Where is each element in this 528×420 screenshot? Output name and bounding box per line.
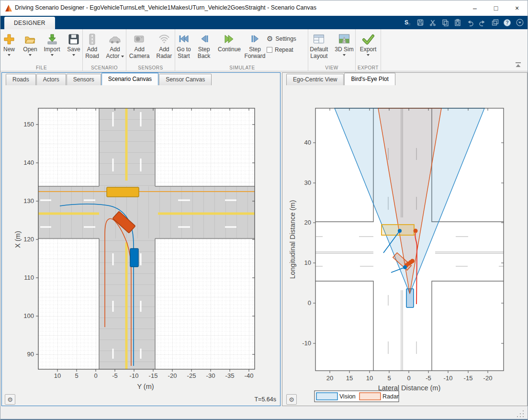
svg-text:-5: -5 xyxy=(112,372,118,379)
tab-designer[interactable]: DESIGNER xyxy=(4,17,55,29)
cut-icon[interactable] xyxy=(428,19,437,27)
help-icon[interactable]: ? xyxy=(503,19,511,27)
3d-sim-button[interactable]: 3D Sim xyxy=(333,32,355,57)
repeat-checkbox[interactable]: Repeat xyxy=(267,46,308,53)
svg-text:-5: -5 xyxy=(426,375,431,382)
simulate-options: ⚙ Settings Repeat xyxy=(267,32,308,53)
save-icon[interactable] xyxy=(416,19,424,27)
chevron-down-icon xyxy=(29,54,32,56)
chevron-down-icon xyxy=(72,54,75,56)
step-back-button[interactable]: StepBack xyxy=(195,32,213,61)
svg-text:120: 120 xyxy=(23,236,34,243)
tab-sensor-canvas[interactable]: Sensor Canvas xyxy=(159,74,212,85)
app-logo-icon xyxy=(4,4,13,14)
ribbon-toolbar: New Open Import Save FILE xyxy=(0,29,528,71)
vehicle2-straight[interactable] xyxy=(107,187,139,197)
legend: Vision Radar xyxy=(315,391,399,402)
ribbon-section-sensors: AddCamera AddRadar SENSORS xyxy=(126,29,175,71)
svg-text:90: 90 xyxy=(27,351,34,358)
resize-grip[interactable] xyxy=(517,409,526,420)
camera-icon xyxy=(133,33,146,46)
svg-text:0: 0 xyxy=(407,375,410,382)
chevron-down-icon xyxy=(343,54,346,56)
status-bar xyxy=(0,407,528,419)
birds-eye-pane: Ego-Centric View Bird's-Eye Plot xyxy=(282,72,528,406)
window-layout-icon[interactable] xyxy=(491,19,499,27)
ribbon-section-export: Export EXPORT xyxy=(356,29,381,71)
svg-text:150: 150 xyxy=(23,121,34,128)
continue-button[interactable]: Continue xyxy=(215,32,243,54)
svg-text:20: 20 xyxy=(326,375,333,382)
minimize-button[interactable]: – xyxy=(464,0,485,16)
radar-detection-far xyxy=(414,229,418,233)
redo-icon[interactable] xyxy=(478,19,486,27)
more-options-icon[interactable] xyxy=(516,19,524,27)
svg-text:-25: -25 xyxy=(187,372,196,379)
vision-legend-label: Vision xyxy=(339,393,356,400)
settings-button[interactable]: ⚙ Settings xyxy=(267,34,308,43)
maximize-button[interactable]: □ xyxy=(485,0,506,16)
shortcuts-icon[interactable]: S☆ xyxy=(404,19,412,27)
tab-ego-centric-view[interactable]: Ego-Centric View xyxy=(286,74,344,85)
tab-sensors[interactable]: Sensors xyxy=(67,74,101,85)
scenario-canvas-plot[interactable]: 10 5 0 -5 -10 -15 -20 -25 -30 -35 -40 15… xyxy=(2,85,280,406)
new-button[interactable]: New xyxy=(0,32,18,57)
save-disk-icon xyxy=(67,33,80,46)
tab-roads[interactable]: Roads xyxy=(6,74,36,85)
svg-text:-10: -10 xyxy=(444,375,453,382)
radar-detection-near xyxy=(410,259,415,263)
svg-text:15: 15 xyxy=(346,375,353,382)
birds-eye-plot[interactable]: 20 15 10 5 0 -5 -10 -15 -20 40 30 20 10 … xyxy=(282,85,527,406)
vision-detection-far xyxy=(398,229,402,233)
svg-text:-35: -35 xyxy=(225,372,235,379)
go-to-start-button[interactable]: Go toStart xyxy=(175,32,192,61)
open-folder-icon xyxy=(24,33,36,46)
ribbon-section-simulate: Go toStart StepBack Continue StepForward… xyxy=(175,29,308,71)
svg-text:0: 0 xyxy=(308,299,311,306)
close-button[interactable]: × xyxy=(506,0,528,16)
add-camera-button[interactable]: AddCamera xyxy=(128,32,151,61)
svg-text:10: 10 xyxy=(54,372,61,379)
add-radar-button[interactable]: AddRadar xyxy=(155,32,174,61)
export-button[interactable]: Export xyxy=(359,32,378,57)
plot-settings-button[interactable]: ⚙ xyxy=(286,394,297,405)
import-button[interactable]: Import xyxy=(43,32,61,57)
default-layout-button[interactable]: DefaultLayout xyxy=(308,32,329,61)
svg-text:40: 40 xyxy=(304,139,311,146)
add-actor-button[interactable]: AddActor xyxy=(104,32,125,61)
svg-text:5: 5 xyxy=(75,372,78,379)
add-road-button[interactable]: AddRoad xyxy=(83,32,101,61)
x-tick-labels: 20 15 10 5 0 -5 -10 -15 -20 xyxy=(326,375,493,382)
canvas-settings-button[interactable]: ⚙ xyxy=(5,394,15,405)
vision-detection-near xyxy=(403,265,407,269)
step-forward-button[interactable]: StepForward xyxy=(246,32,264,61)
3d-sim-icon xyxy=(338,33,350,46)
paste-icon[interactable] xyxy=(453,19,461,27)
open-button[interactable]: Open xyxy=(22,32,39,57)
save-button[interactable]: Save xyxy=(65,32,82,57)
radar-legend-swatch xyxy=(359,393,381,400)
ribbon-section-scenario: AddRoad AddActor SCENARIO xyxy=(83,29,126,71)
app-window: Driving Scenario Designer - EgoVehicleTu… xyxy=(0,0,528,420)
ego-vehicle[interactable] xyxy=(130,249,138,267)
svg-text:10: 10 xyxy=(366,375,373,382)
check-mark-icon xyxy=(362,33,374,46)
y-axis-label: X (m) xyxy=(14,231,22,248)
import-icon xyxy=(46,33,58,46)
simulation-time-label: T=5.64s xyxy=(254,396,276,403)
chevron-down-icon xyxy=(51,54,54,56)
play-continue-icon xyxy=(223,33,236,46)
tab-scenario-canvas[interactable]: Scenario Canvas xyxy=(101,73,158,85)
tab-birds-eye-plot[interactable]: Bird's-Eye Plot xyxy=(344,73,395,85)
copy-icon[interactable] xyxy=(441,19,449,27)
chevron-down-icon xyxy=(121,56,124,57)
svg-text:-15: -15 xyxy=(149,372,158,379)
svg-text:-30: -30 xyxy=(206,372,215,379)
x-axis-label: Y (m) xyxy=(137,383,154,390)
tab-actors[interactable]: Actors xyxy=(36,74,66,85)
gear-icon: ⚙ xyxy=(267,34,273,43)
vision-legend-swatch xyxy=(316,393,337,400)
undo-icon[interactable] xyxy=(466,19,474,27)
collapse-ribbon-button[interactable] xyxy=(514,61,522,68)
svg-text:-20: -20 xyxy=(483,375,493,382)
